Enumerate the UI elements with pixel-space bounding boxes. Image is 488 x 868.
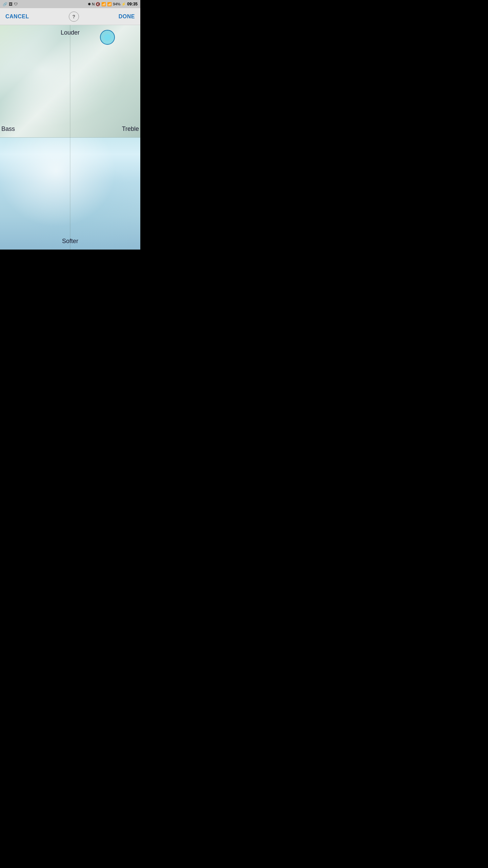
image-icon: 🖼 [9,2,13,6]
status-icons-left: 🔗 🖼 🛡 [3,2,18,6]
bluetooth-icon: ✱ [88,2,91,6]
treble-label: Treble [122,125,139,133]
help-button[interactable]: ? [69,12,79,22]
equalizer-container: Louder Bass Treble Softer [0,25,140,250]
bass-label: Bass [1,125,15,133]
eq-knob[interactable] [100,30,115,45]
battery-text: 94% [113,2,120,6]
lower-half[interactable]: Softer [0,137,140,250]
upper-half[interactable]: Louder Bass Treble [0,25,140,137]
question-icon: ? [72,14,75,19]
horizontal-divider-lower [0,137,140,138]
wifi-icon: 📶 [101,2,106,6]
done-button[interactable]: DONE [119,14,135,20]
status-bar: 🔗 🖼 🛡 ✱ N 🔇 📶 📶 94% ⚡ 09:35 [0,0,140,8]
mute-icon: 🔇 [96,2,100,6]
louder-label: Louder [61,29,80,36]
softer-label: Softer [62,238,78,245]
action-bar: CANCEL ? DONE [0,8,140,25]
nfc-icon: N [92,2,95,6]
vertical-divider-lower [70,137,70,250]
charging-icon: ⚡ [121,2,126,6]
cancel-button[interactable]: CANCEL [5,14,29,20]
vertical-divider [70,25,70,137]
shield-icon: 🛡 [14,2,18,6]
link-icon: 🔗 [3,2,7,6]
signal-icon: 📶 [107,2,112,6]
time-display: 09:35 [127,2,138,6]
status-icons-right: ✱ N 🔇 📶 📶 94% ⚡ 09:35 [88,2,138,6]
